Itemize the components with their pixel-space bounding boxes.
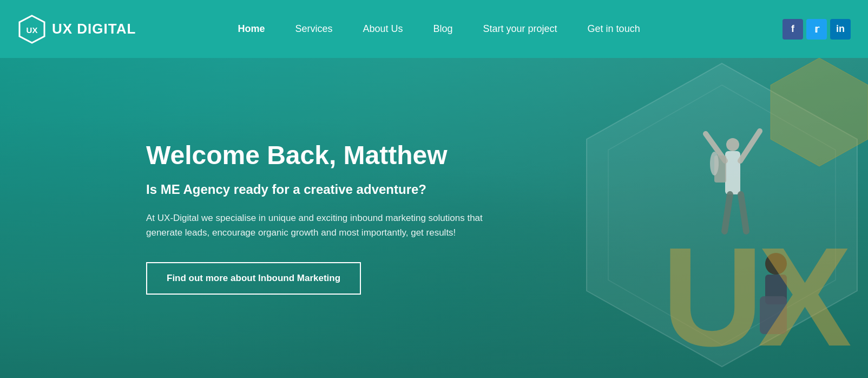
hero-section: UX Welcome Back, Matthew Is ME Agency re…: [0, 58, 868, 378]
nav-link-home[interactable]: Home: [222, 0, 280, 58]
nav-links: Home Services About Us Blog Start your p…: [222, 0, 782, 58]
hero-description: At UX-Digital we specialise in unique an…: [146, 211, 489, 240]
hero-title: Welcome Back, Matthew: [146, 141, 489, 170]
nav-link-start-project[interactable]: Start your project: [468, 0, 573, 58]
linkedin-icon[interactable]: in: [830, 19, 851, 40]
nav-link-contact[interactable]: Get in touch: [573, 0, 655, 58]
nav-link-blog[interactable]: Blog: [418, 0, 468, 58]
logo-text: UX DIGITAL: [52, 21, 136, 37]
svg-text:UX: UX: [27, 25, 38, 35]
facebook-icon[interactable]: f: [782, 19, 803, 40]
twitter-icon[interactable]: 𝕣: [806, 19, 827, 40]
logo-hex-icon: UX: [17, 15, 47, 44]
hero-content: Welcome Back, Matthew Is ME Agency ready…: [0, 58, 868, 378]
hero-cta-button[interactable]: Find out more about Inbound Marketing: [146, 262, 361, 295]
social-icons: f 𝕣 in: [782, 19, 851, 40]
logo-link[interactable]: UX UX DIGITAL: [17, 15, 136, 44]
navbar: UX UX DIGITAL Home Services About Us Blo…: [0, 0, 868, 58]
nav-link-services[interactable]: Services: [280, 0, 347, 58]
hero-subtitle: Is ME Agency ready for a creative advent…: [146, 181, 489, 198]
nav-link-about[interactable]: About Us: [347, 0, 418, 58]
